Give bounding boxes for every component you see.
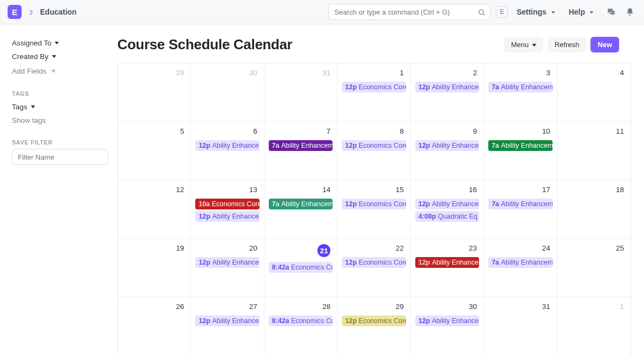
calendar-day[interactable]: 3012p Ability Enhancem [411,297,484,355]
calendar-event[interactable]: 10a Economics Core [195,199,259,209]
calendar-day[interactable]: 1 [557,297,630,355]
calendar-day[interactable]: 4 [557,63,630,122]
event-time: 12p [345,142,358,149]
day-number: 26 [121,300,187,314]
calendar-day[interactable]: 31 [484,297,557,355]
settings-menu[interactable]: Settings [513,5,560,18]
calendar-event[interactable]: 12p Ability Enhancem [415,140,479,151]
main-content: Course Schedule Calendar Menu Refresh Ne… [117,24,644,355]
calendar-event[interactable]: 12p Ability Enhancem [415,257,479,268]
calendar-week: 293031112p Economics Core212p Ability En… [118,63,630,122]
calendar-day[interactable]: 212p Ability Enhancem [411,63,484,122]
calendar-day[interactable]: 25 [557,239,630,297]
day-number: 14 [268,183,334,197]
search-input[interactable] [328,4,490,20]
event-time: 7a [492,259,501,266]
plus-icon: ＋ [50,66,57,76]
calendar-event[interactable]: 7a Ability Enhancem [488,140,552,151]
calendar-day[interactable]: 247a Ability Enhancem [484,239,557,297]
filter-tags[interactable]: Tags [12,100,35,114]
event-title: Ability Enhancem [281,200,333,208]
calendar-day[interactable]: 11 [557,122,630,180]
calendar-day[interactable]: 812p Economics Core [337,122,410,180]
app-logo[interactable]: E [8,5,22,19]
calendar-day[interactable]: 2212p Economics Core [337,239,410,297]
event-title: Ability Enhancem [501,83,553,91]
menu-button[interactable]: Menu [504,37,543,52]
calendar-event[interactable]: 8:42a Economics Co [269,262,333,273]
calendar-event[interactable]: 7a Ability Enhancem [488,82,552,93]
calendar-day[interactable]: 31 [264,63,337,122]
event-time: 7a [272,200,281,208]
filter-assigned-to[interactable]: Assigned To [12,36,59,50]
day-number: 10 [487,125,553,139]
calendar-day[interactable]: 2712p Ability Enhance [191,297,264,355]
day-number: 9 [414,125,480,139]
event-time: 4:08p [419,213,438,220]
calendar-event[interactable]: 12p Economics Core [342,140,406,151]
calendar-event[interactable]: 12p Ability Enhancem [415,82,479,93]
filter-created-by[interactable]: Created By [12,50,56,63]
calendar-day[interactable]: 1512p Economics Core [337,180,410,239]
calendar-day[interactable]: 18 [557,180,630,239]
breadcrumb[interactable]: Education [40,8,77,16]
calendar-day[interactable]: 112p Economics Core [337,63,410,122]
calendar-event[interactable]: 7a Ability Enhancem [269,199,333,209]
calendar-event[interactable]: 12p Economics Core [342,199,406,209]
bell-icon[interactable] [623,5,636,18]
calendar-day[interactable]: 12 [118,180,191,239]
new-button[interactable]: New [590,37,619,52]
day-number: 4 [561,67,627,80]
calendar-day[interactable]: 19 [118,239,191,297]
calendar-event[interactable]: 8:42a Economics Co [269,315,333,326]
calendar-day[interactable]: 177a Ability Enhancem [484,180,557,239]
event-title: Economics Core [358,142,406,149]
calendar-event[interactable]: 12p Ability Enhance [195,315,259,326]
add-fields-button[interactable]: Add Fields ＋ [12,63,57,78]
calendar-day[interactable]: 288:42a Economics Co [264,297,337,355]
calendar-day[interactable]: 107a Ability Enhancem [484,122,557,180]
calendar-day[interactable]: 5 [118,122,191,180]
calendar-event[interactable]: 12p Ability Enhance [195,257,259,268]
calendar-event[interactable]: 12p Economics Core [342,315,406,326]
day-number: 30 [194,67,260,80]
calendar-day[interactable]: 2012p Ability Enhance [191,239,264,297]
calendar-day[interactable]: 30 [191,63,264,122]
calendar-day[interactable]: 612p Ability Enhance [191,122,264,180]
event-title: Economics Co [291,317,333,325]
calendar-day[interactable]: 1612p Ability Enhancem4:08p Quadratic Eq [411,180,484,239]
day-number: 1 [341,67,407,80]
show-tags-button[interactable]: Show tags [12,114,46,127]
filter-name-input[interactable] [12,149,108,165]
calendar-day[interactable]: 26 [118,297,191,355]
chat-icon[interactable] [604,5,618,19]
calendar-day[interactable]: 1310a Economics Core12p Ability Enhance [191,180,264,239]
day-number: 31 [268,67,334,80]
calendar-day[interactable]: 2312p Ability Enhancem [411,239,484,297]
event-title: Ability Enhancem [432,83,479,91]
calendar-event[interactable]: 4:08p Quadratic Eq [415,211,479,222]
calendar-event[interactable]: 12p Ability Enhance [195,211,259,222]
calendar-event[interactable]: 7a Ability Enhancem [269,140,333,151]
calendar-day[interactable]: 218:42a Economics Co [264,239,337,297]
search-icon[interactable] [478,8,486,16]
workspace-switcher[interactable]: E [496,6,508,18]
day-number: 5 [121,125,187,139]
calendar-event[interactable]: 12p Ability Enhance [195,140,259,151]
calendar-day[interactable]: 37a Ability Enhancem [484,63,557,122]
calendar-event[interactable]: 7a Ability Enhancem [488,199,552,209]
help-menu[interactable]: Help [566,5,599,18]
calendar-event[interactable]: 7a Ability Enhancem [488,257,552,268]
calendar-event[interactable]: 12p Ability Enhancem [415,315,479,326]
calendar-day[interactable]: 147a Ability Enhancem [264,180,337,239]
calendar-day[interactable]: 77a Ability Enhancem [264,122,337,180]
calendar-day[interactable]: 29 [118,63,191,122]
calendar-event[interactable]: 12p Economics Core [342,82,406,93]
calendar-day[interactable]: 2912p Economics Core [337,297,410,355]
calendar-event[interactable]: 12p Economics Core [342,257,406,268]
page-title: Course Schedule Calendar [117,36,293,53]
calendar-event[interactable]: 12p Ability Enhancem [415,199,479,209]
calendar-day[interactable]: 912p Ability Enhancem [411,122,484,180]
day-number: 29 [121,67,187,80]
refresh-button[interactable]: Refresh [548,37,587,52]
